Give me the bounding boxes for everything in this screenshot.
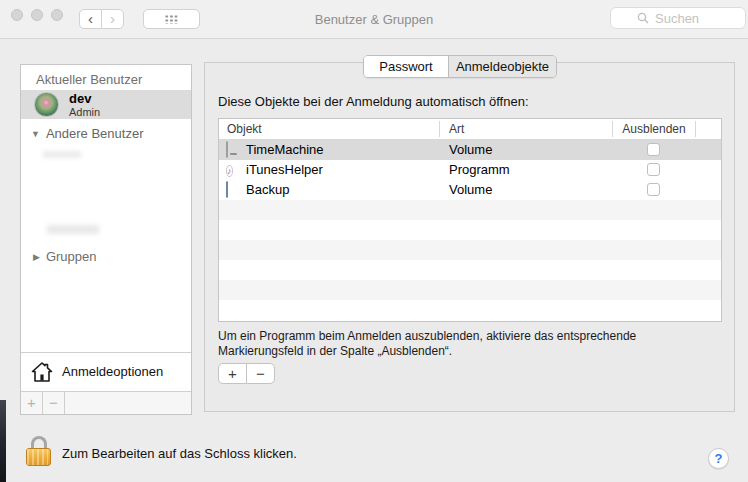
table-row[interactable]: TimeMachine Volume <box>219 140 721 160</box>
lock-icon[interactable] <box>26 436 52 466</box>
item-name: Backup <box>246 182 289 197</box>
search-icon <box>637 12 649 24</box>
add-remove-item-buttons: + − <box>218 363 275 384</box>
chevron-left-icon: ‹ <box>88 10 93 27</box>
column-divider <box>695 121 696 137</box>
empty-row <box>219 300 721 320</box>
other-users-label: Andere Benutzer <box>46 126 144 141</box>
hide-checkbox[interactable] <box>647 143 660 156</box>
redacted-user-entry <box>43 151 81 158</box>
grid-icon <box>164 14 179 24</box>
search-field[interactable] <box>610 7 746 29</box>
hide-items-note: Um ein Programm beim Anmelden auszublend… <box>218 329 636 358</box>
disclosure-right-icon: ▶ <box>33 252 40 262</box>
sidebar-item-current-user[interactable]: dev Admin <box>21 90 191 119</box>
tab-anmeldeobjekte[interactable]: Anmeldeobjekte <box>448 56 556 77</box>
table-header: Objekt Art Ausblenden <box>219 119 721 140</box>
user-role: Admin <box>69 106 100 118</box>
user-list-sidebar: Aktueller Benutzer dev Admin ▼ Andere Be… <box>20 64 192 415</box>
search-input[interactable] <box>653 10 719 27</box>
groups-label: Gruppen <box>46 249 97 264</box>
sidebar-item-login-options[interactable]: Anmeldeoptionen <box>21 353 191 391</box>
column-header-objekt[interactable]: Objekt <box>227 122 262 136</box>
help-button[interactable]: ? <box>708 448 729 469</box>
column-divider <box>439 121 440 137</box>
user-name: dev <box>69 91 91 106</box>
empty-row <box>219 280 721 300</box>
remove-user-button[interactable]: − <box>43 392 65 414</box>
empty-row <box>219 220 721 240</box>
toolbar: ‹ › Benutzer & Gruppen <box>0 0 748 39</box>
redacted-user-entry <box>47 225 99 234</box>
other-users-disclosure[interactable]: ▼ Andere Benutzer <box>31 126 144 141</box>
minimize-window-button[interactable] <box>31 9 43 21</box>
hide-checkbox[interactable] <box>647 183 660 196</box>
column-header-art[interactable]: Art <box>449 122 464 136</box>
login-items-table: Objekt Art Ausblenden TimeMachine Volume… <box>218 118 722 322</box>
chevron-right-icon: › <box>110 10 115 27</box>
login-items-heading: Diese Objekte bei der Anmeldung automati… <box>218 94 529 109</box>
backup-drive-icon <box>226 181 228 198</box>
column-divider <box>612 121 613 137</box>
zoom-window-button[interactable] <box>51 9 63 21</box>
empty-row <box>219 260 721 280</box>
item-type: Programm <box>449 162 510 177</box>
empty-row <box>219 240 721 260</box>
add-user-button[interactable]: + <box>21 392 43 414</box>
user-avatar <box>34 92 59 117</box>
add-login-item-button[interactable]: + <box>218 363 247 384</box>
tab-bar: Passwort Anmeldeobjekte <box>363 55 557 78</box>
table-row[interactable]: Backup Volume <box>219 180 721 200</box>
forward-button[interactable]: › <box>101 9 124 29</box>
empty-row <box>219 200 721 220</box>
current-user-header: Aktueller Benutzer <box>36 72 142 87</box>
close-window-button[interactable] <box>11 9 23 21</box>
item-name: iTunesHelper <box>246 162 323 177</box>
item-type: Volume <box>449 182 492 197</box>
desktop-background-sliver <box>0 400 6 482</box>
table-row[interactable]: ♪ iTunesHelper Programm <box>219 160 721 180</box>
login-options-label: Anmeldeoptionen <box>62 353 163 391</box>
back-button[interactable]: ‹ <box>79 9 102 29</box>
lock-instruction-text: Zum Bearbeiten auf das Schloss klicken. <box>62 446 297 461</box>
users-groups-window: ‹ › Benutzer & Gruppen Aktueller Benutze… <box>0 0 748 482</box>
note-line-1: Um ein Programm beim Anmelden auszublend… <box>218 329 636 344</box>
item-type: Volume <box>449 142 492 157</box>
tab-passwort[interactable]: Passwort <box>364 56 448 77</box>
sidebar-add-remove-bar: + − <box>21 392 191 414</box>
home-icon <box>30 360 54 384</box>
itunes-icon: ♪ <box>226 165 233 177</box>
show-all-preferences-button[interactable] <box>143 9 200 29</box>
lock-body <box>26 448 51 466</box>
drive-icon <box>226 141 228 158</box>
nav-buttons: ‹ › <box>79 9 124 29</box>
disclosure-down-icon: ▼ <box>31 129 40 139</box>
item-name: TimeMachine <box>246 142 324 157</box>
groups-disclosure[interactable]: ▶ Gruppen <box>33 249 97 264</box>
column-header-ausblenden[interactable]: Ausblenden <box>613 122 695 136</box>
traffic-lights <box>11 9 63 21</box>
hide-checkbox[interactable] <box>647 163 660 176</box>
remove-login-item-button[interactable]: − <box>246 363 275 384</box>
note-line-2: Markierungsfeld in der Spalte „Ausblende… <box>218 344 636 359</box>
